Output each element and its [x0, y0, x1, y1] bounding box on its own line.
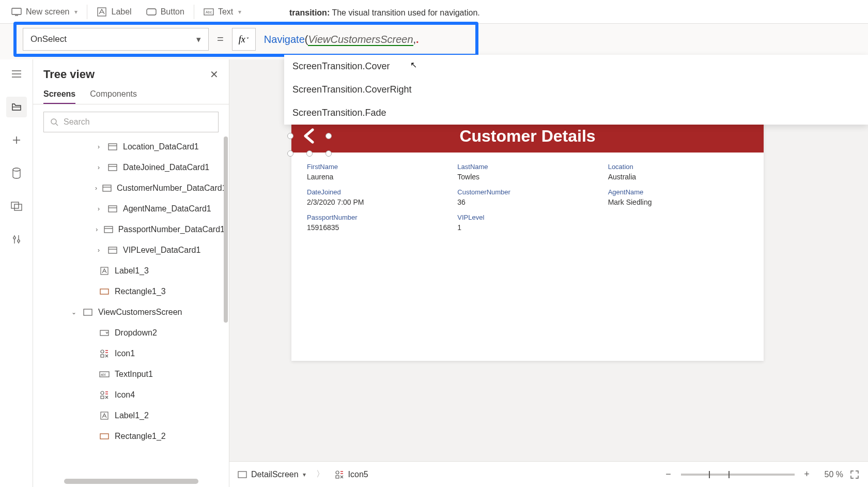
breadcrumb-element[interactable]: Icon5 [335, 470, 368, 479]
data-button[interactable] [6, 163, 27, 184]
fx-button[interactable]: fx ˅ [232, 28, 256, 51]
svg-rect-2 [147, 9, 156, 15]
field-value: 15916835 [307, 223, 447, 232]
svg-point-10 [51, 119, 56, 124]
equals-sign: = [217, 33, 224, 46]
hint-desc: The visual transition used for navigatio… [332, 8, 479, 17]
insert-button[interactable] [6, 130, 27, 150]
toolbar-separator [194, 5, 194, 19]
svg-rect-26 [101, 396, 104, 399]
form-field: VIPLevel1 [457, 214, 597, 232]
insert-label-text: Label [111, 7, 131, 17]
tree-item[interactable]: ›DateJoined_DataCard1 [33, 157, 229, 178]
zoom-in-button[interactable]: + [801, 468, 813, 481]
error-indicator-icon: . [416, 34, 419, 45]
property-selector[interactable]: OnSelect ▾ [23, 28, 209, 51]
tree-body[interactable]: ›Location_DataCard1›DateJoined_DataCard1… [33, 136, 229, 487]
tab-components[interactable]: Components [90, 85, 137, 104]
svg-rect-15 [104, 226, 113, 233]
field-label: CustomerNumber [457, 188, 597, 196]
tree-item[interactable]: ›VIPLevel_DataCard1 [33, 240, 229, 261]
label-icon [97, 7, 107, 17]
svg-point-21 [101, 350, 104, 353]
label-icon [99, 410, 110, 421]
insert-button-button[interactable]: Button [139, 4, 192, 20]
tree-item[interactable]: ›CustomerNumber_DataCard1 [33, 178, 229, 199]
formula-fn: Navigate [264, 34, 305, 45]
card-icon [104, 224, 113, 235]
tree-item-label: Label1_2 [115, 411, 149, 420]
hamburger-button[interactable] [6, 64, 27, 84]
screen-icon [83, 307, 93, 317]
chevron-icon: › [95, 226, 99, 233]
tree-item[interactable]: Label1_3 [33, 261, 229, 281]
tree-item[interactable]: ›Location_DataCard1 [33, 136, 229, 157]
tree-item[interactable]: Rectangle1_2 [33, 426, 229, 447]
svg-rect-0 [12, 8, 21, 14]
left-rail [0, 59, 33, 487]
media-button[interactable] [6, 196, 27, 217]
svg-point-8 [13, 237, 15, 239]
autocomplete-item[interactable]: ScreenTransition.Cover [284, 55, 868, 78]
tree-item[interactable]: ablTextInput1 [33, 364, 229, 385]
field-label: PassportNumber [307, 214, 447, 221]
insert-text-button[interactable]: Abc Text ▾ [196, 4, 249, 20]
autocomplete-item[interactable]: ScreenTransition.CoverRight [284, 78, 868, 101]
fit-to-window-button[interactable] [849, 469, 860, 480]
zoom-out-button[interactable]: − [662, 468, 675, 481]
tree-item[interactable]: ›AgentName_DataCard1 [33, 199, 229, 219]
tab-screens[interactable]: Screens [43, 85, 75, 104]
close-panel-button[interactable]: ✕ [210, 68, 219, 81]
tree-item[interactable]: Label1_2 [33, 405, 229, 426]
chevron-icon: › [95, 143, 102, 150]
svg-text:abl: abl [101, 373, 106, 376]
chevron-down-icon: ▾ [303, 471, 306, 478]
rect-icon [99, 286, 110, 297]
svg-rect-7 [14, 204, 22, 210]
advanced-tools-button[interactable] [6, 229, 27, 250]
tree-view-button[interactable] [6, 97, 27, 117]
autocomplete-item[interactable]: ScreenTransition.Fade [284, 101, 868, 125]
form-field: LocationAustralia [608, 163, 748, 181]
svg-rect-11 [109, 144, 117, 150]
chevron-icon: › [95, 164, 102, 171]
horizontal-scrollbar[interactable] [64, 479, 198, 484]
tree-tabs: Screens Components [33, 85, 229, 104]
rect-icon [99, 431, 110, 442]
svg-rect-6 [11, 202, 19, 208]
app-preview: Customer Details FirstNameLaurenaLastNam… [291, 119, 764, 361]
tree-item-label: ViewCustomersScreen [98, 308, 182, 317]
tree-item[interactable]: Rectangle1_3 [33, 281, 229, 302]
formula-autocomplete: ScreenTransition.Cover ScreenTransition.… [284, 55, 868, 125]
tree-item[interactable]: Dropdown2 [33, 323, 229, 343]
breadcrumb-screen[interactable]: DetailScreen ▾ [238, 470, 306, 479]
field-value: Mark Siedling [608, 198, 748, 206]
svg-point-9 [17, 240, 19, 242]
tree-item-label: Rectangle1_2 [115, 432, 166, 441]
scrollbar-thumb[interactable] [224, 136, 228, 323]
svg-rect-28 [100, 434, 109, 439]
insert-label-button[interactable]: Label [89, 4, 138, 20]
tree-item-label: CustomerNumber_DataCard1 [117, 184, 227, 193]
form-field: LastNameTowles [457, 163, 597, 181]
zoom-slider[interactable] [681, 474, 795, 476]
tree-item[interactable]: ⌄ViewCustomersScreen [33, 302, 229, 323]
new-screen-button[interactable]: New screen ▾ [4, 4, 85, 20]
input-icon: abl [99, 369, 110, 379]
field-label: AgentName [608, 188, 748, 196]
hint-name: transition: [289, 8, 330, 17]
insert-text-label: Text [218, 7, 233, 17]
svg-rect-14 [109, 206, 117, 212]
svg-rect-19 [84, 309, 92, 315]
tree-item[interactable]: Icon4 [33, 385, 229, 405]
toolbar-separator [87, 5, 87, 19]
tree-item[interactable]: Icon1 [33, 343, 229, 364]
svg-point-5 [13, 168, 20, 171]
formula-input[interactable]: Navigate(ViewCustomersScreen,. [264, 33, 419, 45]
field-value: Towles [457, 173, 597, 181]
chevron-down-icon: ▾ [74, 8, 78, 16]
tree-item[interactable]: ›PassportNumber_DataCard1 [33, 219, 229, 240]
tree-search-input[interactable]: Search [43, 112, 219, 132]
form-field: DateJoined2/3/2020 7:00 PM [307, 188, 447, 206]
svg-rect-13 [103, 185, 111, 191]
